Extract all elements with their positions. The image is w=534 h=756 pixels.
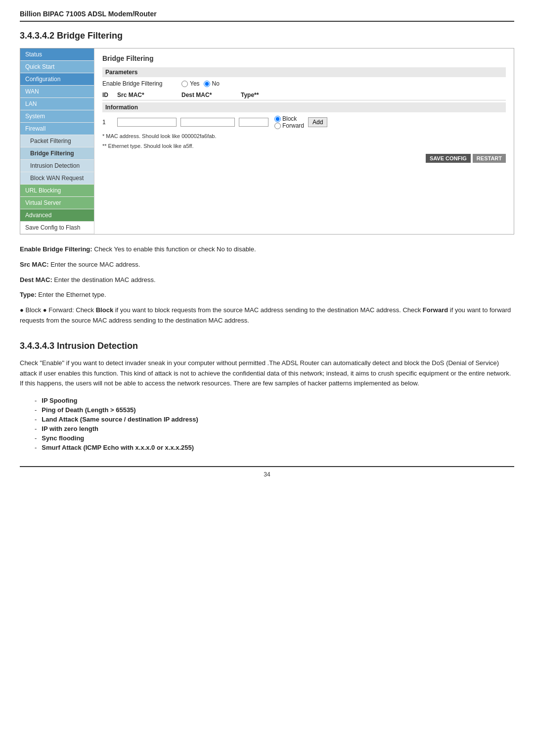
- desc-p5-block: Block: [94, 306, 113, 314]
- type-input[interactable]: [239, 118, 268, 127]
- row-id: 1: [102, 119, 117, 126]
- page-number: 34: [20, 471, 514, 478]
- info-label: Information: [102, 102, 506, 112]
- bullet-item-1: IP Spoofing: [35, 397, 514, 404]
- table-header: ID Src MAC* Dest MAC* Type**: [102, 90, 506, 100]
- enable-label: Enable Bridge Filtering: [102, 80, 181, 87]
- desc-p1-text: Check Yes to enable this function or che…: [92, 245, 256, 253]
- desc-p1-bold: Enable Bridge Filtering:: [20, 245, 92, 253]
- col-dest-header: Dest MAC*: [181, 92, 241, 98]
- sidebar-item-bridge-filtering[interactable]: Bridge Filtering: [20, 147, 94, 160]
- yes-radio-group[interactable]: Yes: [181, 80, 200, 87]
- enable-row: Enable Bridge Filtering Yes No: [102, 80, 506, 87]
- page-header: Billion BIPAC 7100S ADSL Modem/Router: [20, 10, 514, 22]
- sidebar-item-advanced[interactable]: Advanced: [20, 209, 94, 222]
- bullet-5-text: Sync flooding: [42, 434, 84, 442]
- yes-radio[interactable]: [181, 81, 188, 87]
- header-title: Billion BIPAC 7100S ADSL Modem/Router: [20, 10, 157, 18]
- section2-title: 3.4.3.4.3 Intrusion Detection: [20, 341, 514, 351]
- col-type-header: Type**: [241, 92, 280, 98]
- col-id-header: ID: [102, 92, 117, 98]
- sidebar-item-intrusion-detection[interactable]: Intrusion Detection: [20, 160, 94, 172]
- bullet-6-text: Smurf Attack (ICMP Echo with x.x.x.0 or …: [42, 444, 194, 451]
- desc-p5-fwd: Forward: [421, 306, 448, 314]
- block-radio-label[interactable]: Block: [274, 115, 304, 122]
- desc-p3: Dest MAC: Enter the destination MAC addr…: [20, 275, 514, 285]
- sidebar-item-virtual-server[interactable]: Virtual Server: [20, 197, 94, 209]
- bullet-item-5: Sync flooding: [35, 434, 514, 442]
- no-radio[interactable]: [204, 81, 210, 87]
- footnote2: ** Ethernet type. Should look like a5ff.: [102, 143, 506, 149]
- sidebar: Status Quick Start Configuration WAN LAN…: [20, 48, 94, 234]
- footnote1: * MAC address. Should look like 000002fa…: [102, 133, 506, 139]
- add-button[interactable]: Add: [308, 117, 327, 127]
- yes-label: Yes: [190, 80, 200, 87]
- col-src-header: Src MAC*: [117, 92, 181, 98]
- bullet-item-6: Smurf Attack (ICMP Echo with x.x.x.0 or …: [35, 444, 514, 451]
- desc-p2-bold: Src MAC:: [20, 261, 49, 268]
- desc-p3-bold: Dest MAC:: [20, 276, 52, 284]
- desc-p3-text: Enter the destination MAC address.: [52, 276, 156, 284]
- no-label: No: [212, 80, 220, 87]
- params-label: Parameters: [102, 67, 506, 77]
- bullet-1-text: IP Spoofing: [42, 397, 77, 404]
- bullet-item-4: IP with zero length: [35, 425, 514, 432]
- bottom-border: [20, 466, 514, 467]
- save-restart-bar: SAVE CONFIG RESTART: [102, 154, 506, 163]
- sidebar-item-block-wan[interactable]: Block WAN Request: [20, 172, 94, 185]
- bullet-item-3: Land Attack (Same source / destination I…: [35, 416, 514, 423]
- block-radio[interactable]: [274, 116, 281, 122]
- bullet-2-text: Ping of Death (Length > 65535): [42, 406, 135, 414]
- desc-p4-text: Enter the Ethernet type.: [37, 291, 106, 298]
- description-block: Enable Bridge Filtering: Check Yes to en…: [20, 244, 514, 326]
- desc-p5-mid: if you want to block requests from the s…: [113, 306, 421, 314]
- dest-mac-input[interactable]: [180, 118, 235, 127]
- sidebar-item-url-blocking[interactable]: URL Blocking: [20, 185, 94, 197]
- desc-p4: Type: Enter the Ethernet type.: [20, 290, 514, 300]
- panel-title: Bridge Filtering: [102, 54, 506, 62]
- sidebar-item-system[interactable]: System: [20, 110, 94, 123]
- restart-button[interactable]: RESTART: [473, 154, 506, 163]
- intrusion-para: Check "Enable" if you want to detect inv…: [20, 358, 514, 389]
- main-panel: Bridge Filtering Parameters Enable Bridg…: [94, 48, 514, 234]
- section1-title: 3.4.3.4.2 Bridge Filtering: [20, 31, 514, 41]
- sidebar-item-firewall[interactable]: Firewall: [20, 123, 94, 135]
- desc-p5-intro: ● Block ● Forward:: [20, 306, 74, 314]
- intrusion-bullet-list: IP Spoofing Ping of Death (Length > 6553…: [35, 397, 514, 451]
- sidebar-item-lan[interactable]: LAN: [20, 98, 94, 110]
- sidebar-item-wan[interactable]: WAN: [20, 86, 94, 98]
- desc-p4-bold: Type:: [20, 291, 37, 298]
- sidebar-item-save-config[interactable]: Save Config to Flash: [20, 222, 94, 234]
- bullet-4-text: IP with zero length: [42, 425, 98, 432]
- desc-p2-text: Enter the source MAC address.: [49, 261, 140, 268]
- forward-radio-label[interactable]: Forward: [274, 122, 304, 129]
- sidebar-item-quickstart[interactable]: Quick Start: [20, 61, 94, 73]
- table-row: 1 Block Forward Add: [102, 115, 506, 129]
- desc-p5: ● Block ● Forward: Check Block if you wa…: [20, 305, 514, 326]
- sidebar-item-configuration[interactable]: Configuration: [20, 73, 94, 86]
- forward-radio[interactable]: [274, 123, 281, 129]
- save-config-button[interactable]: SAVE CONFIG: [426, 154, 471, 163]
- src-mac-input[interactable]: [117, 118, 177, 127]
- block-forward-group: Block Forward: [274, 115, 304, 129]
- sidebar-item-packet-filtering[interactable]: Packet Filtering: [20, 135, 94, 147]
- no-radio-group[interactable]: No: [204, 80, 220, 87]
- forward-label: Forward: [282, 122, 304, 129]
- block-label: Block: [282, 115, 297, 122]
- desc-p1: Enable Bridge Filtering: Check Yes to en…: [20, 244, 514, 255]
- desc-p2: Src MAC: Enter the source MAC address.: [20, 260, 514, 270]
- router-panel: Status Quick Start Configuration WAN LAN…: [20, 48, 514, 235]
- sidebar-item-status[interactable]: Status: [20, 48, 94, 61]
- bullet-item-2: Ping of Death (Length > 65535): [35, 406, 514, 414]
- bullet-3-text: Land Attack (Same source / destination I…: [42, 416, 198, 423]
